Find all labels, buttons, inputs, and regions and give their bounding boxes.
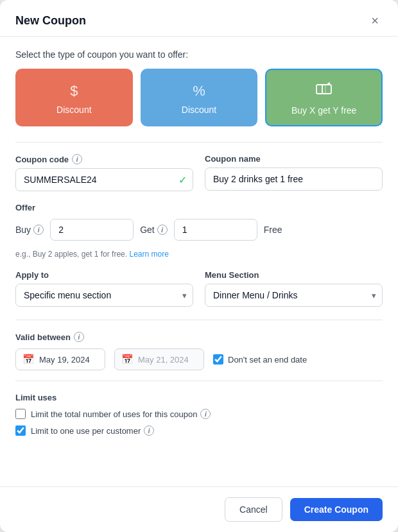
dollar-discount-label: Discount (56, 105, 91, 115)
valid-between-label: Valid between i (15, 332, 383, 342)
create-coupon-button[interactable]: Create Coupon (290, 498, 383, 521)
offer-example-text: e.g., Buy 2 apples, get 1 for free. Lear… (15, 250, 383, 259)
limit-per-customer-row: Limit to one use per customer i (15, 425, 383, 436)
start-date-text: May 19, 2024 (39, 355, 90, 365)
buy-value-input[interactable] (50, 219, 134, 241)
coupon-type-percent[interactable]: % Discount (141, 69, 258, 126)
get-info-icon[interactable]: i (157, 225, 168, 235)
bxgy-icon (316, 82, 333, 100)
bxgy-label: Buy X get Y free (291, 105, 356, 116)
divider-3 (15, 381, 383, 381)
start-date-input[interactable]: 📅 May 19, 2024 (15, 348, 105, 370)
limit-per-customer-checkbox[interactable] (15, 425, 26, 436)
get-value-input[interactable] (174, 219, 257, 241)
offer-section: Offer Buy i Get i Free (15, 203, 383, 241)
no-end-date-label[interactable]: Don't set an end date (228, 355, 307, 365)
coupon-code-input[interactable] (15, 168, 193, 191)
coupon-code-group: Coupon code i ✓ (15, 154, 193, 191)
close-button[interactable]: × (367, 13, 383, 28)
coupon-type-dollar[interactable]: $ Discount (15, 69, 133, 126)
offer-row: Buy i Get i Free (15, 219, 383, 241)
coupon-name-group: Coupon name (205, 154, 383, 191)
menu-section-select-wrapper: Dinner Menu / Drinks Lunch Menu Breakfas… (205, 284, 383, 307)
start-calendar-icon: 📅 (22, 354, 35, 365)
cancel-button[interactable]: Cancel (225, 497, 282, 522)
dollar-icon: $ (70, 83, 78, 99)
learn-more-link[interactable]: Learn more (129, 250, 168, 259)
limit-total-row: Limit the total number of uses for this … (15, 409, 383, 419)
svg-rect-1 (322, 85, 331, 94)
percent-discount-label: Discount (182, 105, 216, 115)
coupon-type-section-label: Select the type of coupon you want to of… (15, 49, 383, 60)
valid-between-info-icon[interactable]: i (74, 332, 84, 342)
date-row: 📅 May 19, 2024 📅 May 21, 2024 Don't set … (15, 348, 383, 370)
menu-section-select[interactable]: Dinner Menu / Drinks Lunch Menu Breakfas… (205, 284, 383, 307)
coupon-type-bxgy[interactable]: Buy X get Y free (265, 69, 383, 126)
end-calendar-icon: 📅 (121, 354, 134, 365)
percent-icon: % (193, 83, 205, 99)
limit-per-customer-label[interactable]: Limit to one use per customer i (31, 425, 154, 436)
coupon-name-input[interactable] (205, 167, 383, 191)
apply-to-label: Apply to (15, 270, 193, 280)
modal-header: New Coupon × (0, 0, 398, 37)
coupon-name-label: Coupon name (205, 154, 383, 164)
divider-2 (15, 320, 383, 320)
no-end-date-checkbox[interactable] (213, 354, 223, 365)
apply-to-group: Apply to Entire menu Specific menu secti… (15, 270, 193, 307)
menu-section-label: Menu Section (205, 270, 383, 280)
free-text: Free (264, 225, 282, 235)
coupon-code-info-icon[interactable]: i (72, 154, 82, 164)
menu-section-group: Menu Section Dinner Menu / Drinks Lunch … (205, 270, 383, 307)
apply-to-select-wrapper: Entire menu Specific menu section Specif… (15, 284, 193, 307)
coupon-code-label: Coupon code i (15, 154, 193, 164)
modal-title: New Coupon (15, 14, 86, 28)
offer-label: Offer (15, 203, 383, 212)
limit-total-label[interactable]: Limit the total number of uses for this … (31, 409, 211, 419)
no-end-date-checkbox-row: Don't set an end date (213, 354, 307, 365)
coupon-code-check-icon: ✓ (178, 174, 187, 186)
coupon-type-row: $ Discount % Discount Buy X get Y free (15, 69, 383, 126)
valid-between-section: Valid between i 📅 May 19, 2024 📅 May 21,… (15, 332, 383, 370)
end-date-text: May 21, 2024 (138, 355, 189, 365)
new-coupon-modal: New Coupon × Select the type of coupon y… (0, 0, 398, 532)
limit-total-checkbox[interactable] (15, 409, 26, 419)
code-name-row: Coupon code i ✓ Coupon name (15, 154, 383, 191)
divider-1 (15, 142, 383, 142)
get-label: Get i (140, 225, 168, 235)
limit-total-info-icon[interactable]: i (200, 409, 211, 419)
buy-info-icon[interactable]: i (33, 225, 44, 235)
buy-label: Buy i (15, 225, 44, 235)
coupon-code-input-wrapper: ✓ (15, 168, 193, 191)
modal-body: Select the type of coupon you want to of… (0, 37, 398, 486)
apply-row: Apply to Entire menu Specific menu secti… (15, 270, 383, 307)
limit-uses-section: Limit uses Limit the total number of use… (15, 393, 383, 436)
limit-per-customer-info-icon[interactable]: i (144, 425, 154, 436)
modal-footer: Cancel Create Coupon (0, 486, 398, 532)
end-date-input[interactable]: 📅 May 21, 2024 (114, 348, 204, 370)
apply-to-select[interactable]: Entire menu Specific menu section Specif… (15, 284, 193, 307)
limit-uses-title: Limit uses (15, 393, 383, 402)
